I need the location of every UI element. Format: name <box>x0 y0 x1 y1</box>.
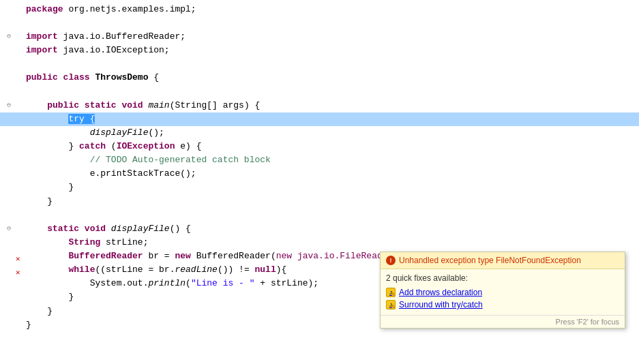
quickfix-error-text: Unhandled exception type FileNotFoundExc… <box>399 256 581 265</box>
code-content-20: while((strLine = br.readLine()) != null)… <box>25 263 286 277</box>
surround-try-item[interactable]: ↯ Surround with try/catch <box>386 299 619 311</box>
collapse-icon-3[interactable]: ⊖ <box>7 31 11 42</box>
error-icon: ! <box>386 256 396 265</box>
code-line-4: import java.io.IOException; <box>0 44 639 57</box>
code-content-3: import java.io.BufferedReader; <box>25 30 185 44</box>
code-line-1: package org.netjs.examples.impl; <box>0 3 639 16</box>
code-line-18: String strLine; <box>0 236 639 249</box>
gutter-8[interactable]: ⊖ <box>3 100 15 111</box>
add-throws-label: Add throws declaration <box>399 288 482 297</box>
code-line-2 <box>0 16 639 30</box>
code-content-24: } <box>25 318 31 332</box>
surround-try-label: Surround with try/catch <box>399 300 483 309</box>
code-line-9: try { <box>0 112 639 126</box>
quickfix-subtitle: 2 quick fixes available: <box>386 273 619 283</box>
code-line-13: e.printStackTrace(); <box>0 167 639 181</box>
code-line-8: ⊖ public static void main(String[] args)… <box>0 99 639 112</box>
code-content-4: import java.io.IOException; <box>25 44 170 57</box>
code-line-12: // TODO Auto-generated catch block <box>0 153 639 167</box>
code-content-12: // TODO Auto-generated catch block <box>25 153 271 167</box>
code-content-15: } <box>25 195 53 209</box>
code-line-11: } catch (IOException e) { <box>0 140 639 153</box>
code-editor: package org.netjs.examples.impl;⊖import … <box>0 0 639 364</box>
code-content-8: public static void main(String[] args) { <box>25 99 260 112</box>
surround-try-icon: ↯ <box>386 300 396 309</box>
code-line-17: ⊖ static void displayFile() { <box>0 222 639 236</box>
add-throws-item[interactable]: ↯ Add throws declaration <box>386 286 619 299</box>
code-content-9: try { <box>25 112 95 126</box>
code-content-11: } catch (IOException e) { <box>25 140 202 153</box>
add-throws-icon: ↯ <box>386 288 396 297</box>
gutter-17[interactable]: ⊖ <box>3 224 15 234</box>
code-line-15: } <box>0 195 639 209</box>
code-line-7 <box>0 85 639 99</box>
quickfix-popup: ! Unhandled exception type FileNotFoundE… <box>380 252 625 329</box>
code-content-21: System.out.println("Line is - " + strLin… <box>25 277 318 290</box>
error-dot-20 <box>16 266 24 274</box>
collapse-icon-8[interactable]: ⊖ <box>7 100 11 111</box>
error-dot-19 <box>16 252 24 260</box>
code-content-6: public class ThrowsDemo { <box>25 71 159 85</box>
collapse-icon-17[interactable]: ⊖ <box>7 224 11 234</box>
code-content-22: } <box>25 290 74 304</box>
quickfix-header: ! Unhandled exception type FileNotFoundE… <box>381 252 625 269</box>
code-content-13: e.printStackTrace(); <box>25 167 196 181</box>
gutter-3[interactable]: ⊖ <box>3 31 15 42</box>
code-content-18: String strLine; <box>25 236 148 249</box>
code-content-23: } <box>25 305 53 318</box>
code-content-10: displayFile(); <box>25 126 164 140</box>
code-line-10: displayFile(); <box>0 126 639 140</box>
code-line-6: public class ThrowsDemo { <box>0 71 639 85</box>
code-content-14: } <box>25 181 74 194</box>
code-line-3: ⊖import java.io.BufferedReader; <box>0 30 639 44</box>
quickfix-body: 2 quick fixes available: ↯ Add throws de… <box>381 269 625 315</box>
code-line-5 <box>0 57 639 71</box>
error-margin-19 <box>15 252 25 260</box>
quickfix-footer: Press 'F2' for focus <box>381 315 625 328</box>
code-line-14: } <box>0 181 639 194</box>
code-content-1: package org.netjs.examples.impl; <box>25 3 196 16</box>
error-margin-20 <box>15 266 25 274</box>
code-line-16 <box>0 209 639 222</box>
code-content-17: static void displayFile() { <box>25 222 191 236</box>
